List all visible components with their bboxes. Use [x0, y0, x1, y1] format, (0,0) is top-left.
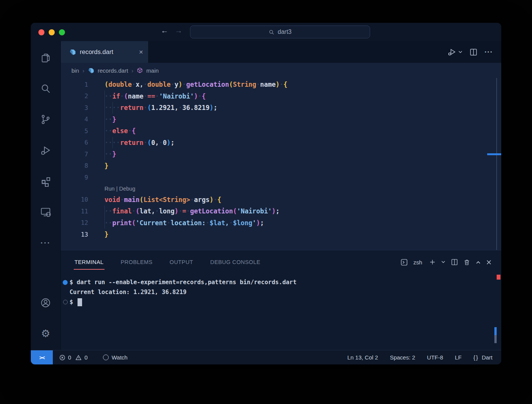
sidebar-item-explorer[interactable] — [40, 52, 51, 64]
line-number: 12 — [61, 219, 88, 226]
code-line[interactable]: 9 — [61, 172, 501, 183]
sidebar-item-run-debug[interactable] — [40, 145, 51, 156]
line-number: 8 — [61, 162, 88, 169]
terminal-icon — [401, 259, 408, 266]
terminal-line: $ — [61, 297, 501, 307]
tab-bar: records.dart ✕ ··· — [61, 41, 501, 63]
trash-icon[interactable] — [464, 259, 470, 266]
braces-icon: {} — [473, 354, 479, 361]
source-control-icon — [40, 114, 51, 125]
terminal-output: $ dart run --enable-experiment=records,p… — [61, 277, 501, 307]
search-icon — [40, 83, 51, 94]
code-line[interactable]: 8} — [61, 160, 501, 172]
line-number: 7 — [61, 151, 88, 158]
code-line[interactable]: 1(double·x,·double·y)·getLocation(String… — [61, 79, 501, 91]
prompt-decoration-icon[interactable] — [61, 300, 70, 304]
close-panel-icon[interactable] — [486, 260, 491, 265]
codelens-run-debug[interactable]: Run | Debug — [61, 186, 135, 192]
code-line[interactable]: 10void·main(List<String>·args)·{ — [61, 194, 501, 206]
close-window-button[interactable] — [38, 29, 44, 35]
cursor-position-status[interactable]: Ln 13, Col 2 — [347, 354, 378, 361]
remote-explorer-icon — [40, 206, 51, 218]
tab-label: records.dart — [80, 48, 135, 56]
indentation-status[interactable]: Spaces: 2 — [390, 354, 415, 361]
line-number: 6 — [61, 139, 88, 146]
sidebar-item-extensions[interactable] — [40, 175, 51, 187]
tab-records-dart[interactable]: records.dart ✕ — [61, 41, 149, 63]
remote-indicator-button[interactable]: >< — [31, 350, 53, 364]
shell-name[interactable]: zsh — [413, 259, 422, 266]
eol-status[interactable]: LF — [455, 354, 462, 361]
tab-terminal[interactable]: TERMINAL — [74, 257, 104, 267]
title-bar: ← → dart3 — [31, 23, 501, 41]
run-debug-icon — [448, 48, 456, 56]
back-icon[interactable]: ← — [161, 26, 168, 35]
line-number: 10 — [61, 196, 88, 203]
code-line[interactable]: 13} — [61, 229, 501, 240]
split-editor-icon[interactable] — [470, 48, 477, 56]
more-actions-icon[interactable]: ··· — [484, 48, 493, 56]
terminal-text: $ dart run --enable-experiment=records,p… — [70, 279, 296, 286]
watch-label: Watch — [112, 354, 128, 361]
minimize-window-button[interactable] — [49, 29, 55, 35]
code-line[interactable]: 4··} — [61, 114, 501, 126]
watch-icon — [103, 355, 109, 360]
code-line[interactable]: 5··else·{ — [61, 125, 501, 137]
sidebar-item-search[interactable] — [40, 83, 51, 94]
chevron-down-icon[interactable] — [458, 51, 462, 54]
vscode-window: ← → dart3 — [31, 23, 501, 364]
run-or-debug-button[interactable] — [448, 48, 462, 56]
terminal-scrollbar[interactable] — [494, 335, 497, 343]
line-number: 2 — [61, 92, 88, 100]
code-line[interactable]: 2··if·(name·==·'Nairobi')·{ — [61, 91, 501, 102]
tab-debug-console[interactable]: DEBUG CONSOLE — [210, 257, 260, 267]
gear-icon: ⚙ — [41, 328, 50, 339]
breadcrumb-file[interactable]: records.dart — [98, 67, 128, 74]
bottom-panel: TERMINAL PROBLEMS OUTPUT DEBUG CONSOLE z… — [61, 250, 501, 350]
split-terminal-icon[interactable] — [451, 259, 458, 266]
terminal-line: Current location: 1.2921, 36.8219 — [61, 287, 501, 297]
zoom-window-button[interactable] — [59, 29, 65, 35]
command-center-search[interactable]: dart3 — [190, 25, 370, 38]
watch-status[interactable]: Watch — [103, 354, 128, 361]
warning-icon — [75, 355, 82, 361]
indent-guide — [112, 137, 113, 149]
status-bar: >< 0 0 Watch Ln 13, Col 2 Spaces: 2 UTF-… — [31, 350, 501, 364]
more-icon[interactable]: ··· — [41, 237, 51, 248]
terminal-view[interactable]: $ dart run --enable-experiment=records,p… — [61, 274, 501, 350]
chevron-down-icon[interactable] — [441, 261, 445, 264]
sidebar-item-source-control[interactable] — [40, 114, 51, 125]
indent-guide — [112, 102, 113, 114]
problems-status[interactable]: 0 0 — [59, 354, 88, 361]
settings-button[interactable]: ⚙ — [41, 328, 50, 339]
language-status[interactable]: {} Dart — [473, 354, 492, 361]
forward-icon[interactable]: → — [175, 26, 182, 35]
command-decoration-icon[interactable] — [61, 280, 70, 285]
new-terminal-icon[interactable] — [429, 259, 435, 265]
close-tab-icon[interactable]: ✕ — [139, 49, 143, 55]
account-button[interactable] — [40, 297, 51, 309]
panel-tab-bar: TERMINAL PROBLEMS OUTPUT DEBUG CONSOLE z… — [61, 250, 501, 274]
code-line[interactable]: 3····return·(1.2921,·36.8219); — [61, 102, 501, 114]
code-line[interactable]: 7··} — [61, 148, 501, 160]
tab-output[interactable]: OUTPUT — [169, 257, 193, 267]
code-line[interactable]: 12··print('Current·location:·$lat,·$long… — [61, 217, 501, 229]
breadcrumb-folder[interactable]: bin — [71, 67, 79, 74]
code-line[interactable]: 11··final·(lat,·long)·=·getLocation('Nai… — [61, 205, 501, 217]
chevron-right-icon: › — [82, 67, 84, 74]
editor-scrollbar[interactable] — [496, 78, 497, 250]
line-number: 13 — [61, 231, 88, 238]
breadcrumb: bin › records.dart › main — [61, 63, 501, 78]
dart-icon — [69, 49, 76, 56]
chevron-right-icon: › — [131, 67, 133, 74]
terminal-text: Current location: 1.2921, 36.8219 — [70, 289, 187, 296]
remote-icon: >< — [40, 355, 44, 361]
breadcrumb-symbol[interactable]: main — [146, 67, 159, 74]
code-line[interactable]: 6····return·(0,·0); — [61, 137, 501, 149]
tab-problems[interactable]: PROBLEMS — [121, 257, 153, 267]
encoding-status[interactable]: UTF-8 — [427, 354, 443, 361]
sidebar-item-remote-explorer[interactable] — [40, 206, 51, 218]
activity-bar: ··· ⚙ — [31, 41, 60, 350]
maximize-panel-icon[interactable] — [476, 261, 481, 264]
code-editor[interactable]: 1(double·x,·double·y)·getLocation(String… — [61, 78, 501, 250]
